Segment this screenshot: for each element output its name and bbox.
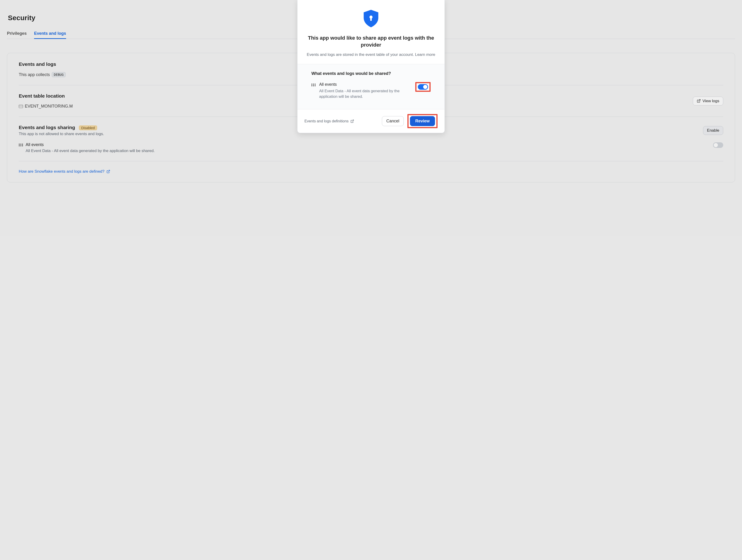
modal-event-title: All events — [319, 82, 412, 87]
modal-footer: Events and logs definitions Cancel Revie… — [298, 109, 444, 133]
svg-line-4 — [352, 120, 354, 121]
svg-rect-3 — [370, 18, 372, 21]
cancel-button[interactable]: Cancel — [382, 116, 404, 126]
modal-title: This app would like to share app event l… — [307, 35, 435, 48]
modal-overlay[interactable]: This app would like to share app event l… — [0, 0, 742, 560]
drag-handle-icon — [311, 84, 316, 86]
modal-event-desc: All Event Data - All event data generate… — [319, 88, 408, 100]
modal-question: What events and logs would be shared? — [311, 71, 431, 76]
external-link-icon — [350, 119, 354, 123]
modal-subtitle-text: Events and logs are stored in the event … — [307, 52, 415, 57]
share-events-modal: This app would like to share app event l… — [297, 0, 445, 133]
review-button[interactable]: Review — [410, 116, 435, 126]
shield-lock-icon — [362, 9, 380, 28]
highlight-review: Review — [408, 114, 437, 128]
modal-body: What events and logs would be shared? Al… — [298, 64, 444, 109]
modal-subtitle: Events and logs are stored in the event … — [307, 52, 435, 57]
learn-more-link[interactable]: Learn more — [415, 52, 435, 57]
highlight-toggle — [415, 82, 431, 92]
modal-header: This app would like to share app event l… — [298, 0, 444, 64]
definitions-link-label: Events and logs definitions — [305, 119, 349, 123]
definitions-link[interactable]: Events and logs definitions — [305, 119, 354, 123]
modal-all-events-toggle[interactable] — [418, 84, 428, 90]
